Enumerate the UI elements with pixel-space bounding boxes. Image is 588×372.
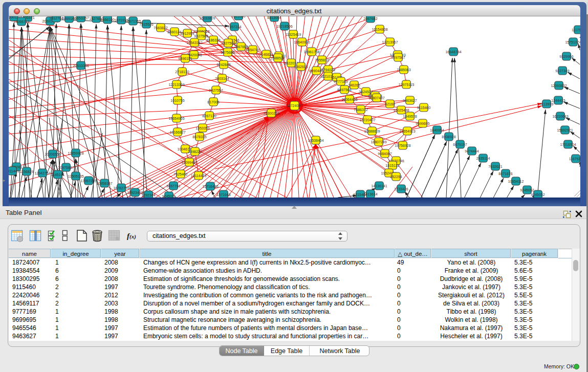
svg-text:17016504: 17016504 bbox=[560, 143, 576, 146]
svg-text:9794028: 9794028 bbox=[321, 68, 335, 72]
svg-text:16671355: 16671355 bbox=[125, 19, 141, 23]
svg-text:8186328: 8186328 bbox=[206, 38, 220, 42]
svg-text:19538454: 19538454 bbox=[308, 139, 323, 142]
svg-text:1297567: 1297567 bbox=[391, 56, 405, 59]
svg-text:9245052: 9245052 bbox=[531, 193, 545, 196]
svg-text:16782759: 16782759 bbox=[113, 186, 129, 190]
svg-text:1733426: 1733426 bbox=[394, 187, 408, 191]
svg-text:11325419: 11325419 bbox=[286, 33, 301, 36]
svg-text:19654955: 19654955 bbox=[168, 117, 184, 120]
svg-text:18640910: 18640910 bbox=[294, 40, 310, 44]
svg-text:10688609: 10688609 bbox=[364, 129, 380, 133]
svg-text:19218506: 19218506 bbox=[276, 25, 292, 28]
svg-text:7632621: 7632621 bbox=[488, 165, 502, 168]
svg-text:252254: 252254 bbox=[390, 175, 402, 179]
svg-text:9084067: 9084067 bbox=[378, 152, 391, 156]
svg-text:2087682: 2087682 bbox=[363, 17, 377, 20]
svg-text:9463627: 9463627 bbox=[403, 99, 417, 102]
svg-text:1353359: 1353359 bbox=[195, 126, 209, 130]
svg-text:1362615: 1362615 bbox=[294, 65, 308, 69]
svg-text:1167533: 1167533 bbox=[569, 157, 580, 161]
svg-text:30975887: 30975887 bbox=[58, 166, 74, 169]
svg-text:10025438: 10025438 bbox=[393, 108, 409, 112]
svg-text:9329966: 9329966 bbox=[559, 55, 573, 58]
svg-text:16033809: 16033809 bbox=[199, 16, 215, 20]
svg-text:9777169: 9777169 bbox=[334, 80, 347, 83]
svg-text:17859928: 17859928 bbox=[68, 151, 83, 155]
svg-text:12505135: 12505135 bbox=[68, 174, 83, 178]
svg-text:8471676: 8471676 bbox=[498, 172, 512, 176]
svg-text:12923448: 12923448 bbox=[127, 191, 143, 194]
svg-text:7515526: 7515526 bbox=[139, 23, 153, 26]
svg-text:10654112: 10654112 bbox=[508, 180, 524, 183]
svg-text:7663822: 7663822 bbox=[154, 26, 167, 30]
svg-text:8454749: 8454749 bbox=[246, 48, 259, 52]
svg-text:16961758: 16961758 bbox=[303, 50, 319, 54]
svg-text:1413614: 1413614 bbox=[363, 192, 377, 196]
svg-text:9146821: 9146821 bbox=[259, 53, 273, 56]
svg-text:18807249: 18807249 bbox=[371, 140, 386, 144]
svg-text:20364436: 20364436 bbox=[341, 98, 357, 101]
svg-text:1640954: 1640954 bbox=[430, 128, 444, 132]
svg-text:9242848: 9242848 bbox=[216, 63, 230, 67]
svg-text:9115460: 9115460 bbox=[417, 106, 431, 110]
svg-text:9474444: 9474444 bbox=[465, 149, 478, 153]
svg-text:7357224: 7357224 bbox=[227, 25, 241, 29]
svg-text:9113939: 9113939 bbox=[540, 102, 554, 106]
svg-text:9896151: 9896151 bbox=[178, 57, 192, 60]
svg-text:1010755: 1010755 bbox=[170, 99, 184, 102]
svg-text:1815132: 1815132 bbox=[385, 164, 399, 167]
svg-text:6466160: 6466160 bbox=[100, 18, 114, 21]
svg-text:8660124: 8660124 bbox=[167, 30, 181, 34]
svg-text:1292344: 1292344 bbox=[141, 193, 155, 197]
svg-text:7485063: 7485063 bbox=[397, 68, 410, 72]
svg-text:9245011: 9245011 bbox=[162, 194, 176, 198]
svg-text:1823380: 1823380 bbox=[231, 16, 245, 18]
svg-text:1849578: 1849578 bbox=[403, 115, 417, 118]
svg-text:19166827: 19166827 bbox=[169, 130, 185, 134]
svg-text:16154808: 16154808 bbox=[372, 28, 387, 31]
svg-text:25300293: 25300293 bbox=[263, 112, 279, 115]
svg-text:1117533: 1117533 bbox=[572, 28, 580, 32]
svg-text:9457791: 9457791 bbox=[166, 184, 180, 188]
svg-text:8267130: 8267130 bbox=[202, 114, 216, 118]
svg-text:16648784: 16648784 bbox=[445, 50, 461, 54]
svg-text:10807487: 10807487 bbox=[368, 96, 384, 100]
svg-text:1156829: 1156829 bbox=[20, 170, 34, 173]
svg-text:15716485: 15716485 bbox=[202, 185, 218, 188]
svg-text:14099489: 14099489 bbox=[181, 161, 197, 164]
svg-text:1812704: 1812704 bbox=[49, 16, 63, 20]
svg-text:14055712: 14055712 bbox=[13, 20, 29, 24]
svg-text:9327508: 9327508 bbox=[221, 41, 235, 45]
svg-text:12213967: 12213967 bbox=[382, 40, 398, 44]
svg-text:7625402: 7625402 bbox=[173, 172, 187, 176]
svg-text:15751074: 15751074 bbox=[565, 40, 580, 44]
svg-text:1571648: 1571648 bbox=[216, 193, 230, 196]
svg-text:8938928: 8938928 bbox=[442, 135, 455, 139]
svg-text:10653257: 10653257 bbox=[73, 16, 89, 20]
svg-text:9699695: 9699695 bbox=[416, 122, 429, 125]
svg-text:1588520: 1588520 bbox=[271, 56, 285, 60]
svg-text:19756928: 19756928 bbox=[395, 144, 410, 147]
svg-text:5322037: 5322037 bbox=[284, 61, 298, 65]
svg-text:16210643: 16210643 bbox=[552, 115, 568, 118]
svg-text:8912954: 8912954 bbox=[180, 32, 194, 35]
svg-text:817006: 817006 bbox=[207, 100, 219, 104]
svg-text:(x): (x) bbox=[129, 233, 136, 240]
svg-text:3875685: 3875685 bbox=[221, 51, 234, 54]
svg-text:20206556: 20206556 bbox=[45, 152, 60, 156]
svg-text:9227349: 9227349 bbox=[555, 69, 569, 73]
svg-text:8813054: 8813054 bbox=[267, 16, 281, 19]
svg-text:3911441: 3911441 bbox=[9, 169, 19, 173]
svg-text:746266: 746266 bbox=[348, 83, 360, 87]
svg-text:9245052: 9245052 bbox=[520, 188, 534, 192]
svg-text:2803144: 2803144 bbox=[215, 77, 229, 80]
svg-text:12942757: 12942757 bbox=[34, 171, 50, 175]
svg-text:6679197: 6679197 bbox=[453, 143, 467, 146]
svg-text:1145191: 1145191 bbox=[51, 173, 65, 177]
svg-text:12213369: 12213369 bbox=[168, 83, 184, 86]
svg-text:8678335: 8678335 bbox=[192, 135, 206, 139]
svg-text:16543382: 16543382 bbox=[186, 41, 202, 45]
svg-text:17957255: 17957255 bbox=[80, 179, 96, 183]
svg-text:1244415: 1244415 bbox=[551, 99, 565, 102]
